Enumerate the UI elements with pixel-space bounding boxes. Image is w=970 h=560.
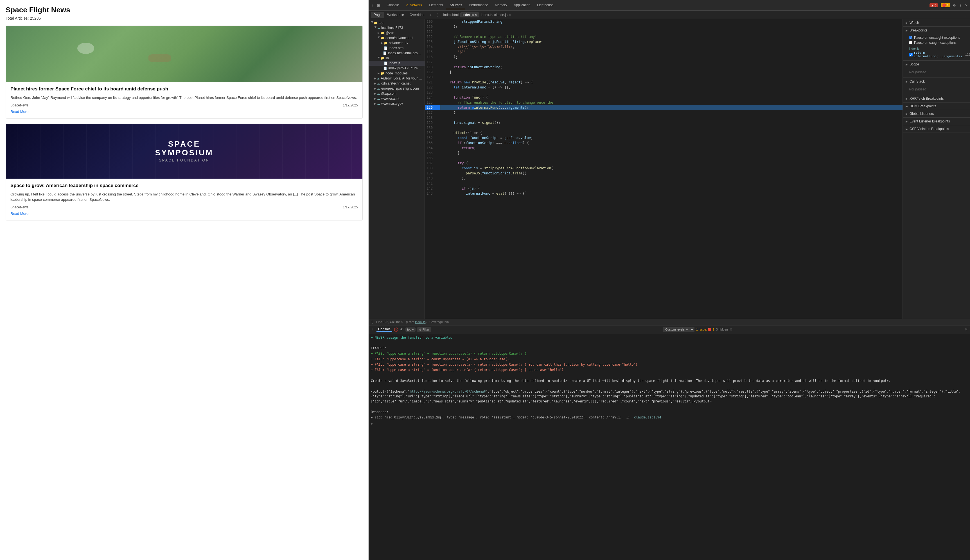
- open-files-more[interactable]: »: [509, 13, 511, 17]
- debug-csp-header[interactable]: ▶ CSP Violation Breakpoints: [903, 125, 970, 133]
- debug-event-header[interactable]: ▶ Event Listener Breakpoints: [903, 118, 970, 125]
- open-file-index-js[interactable]: index.js ×: [460, 12, 479, 17]
- debug-breakpoints-header[interactable]: ▶ Breakpoints: [903, 27, 970, 34]
- debug-scope-header[interactable]: ▶ Scope: [903, 61, 970, 68]
- tab-memory[interactable]: Memory: [492, 2, 510, 9]
- tree-vite[interactable]: ▶ 📁 @vite: [369, 30, 425, 35]
- tab-elements[interactable]: Elements: [425, 2, 446, 9]
- debug-global-header[interactable]: ▶ Global Listeners: [903, 110, 970, 117]
- console-caret: >: [371, 422, 373, 426]
- tree-i0-wp[interactable]: ▶ ☁ i0.wp.com: [369, 91, 425, 96]
- code-editor[interactable]: 109 strippedParamsString 110 ); 111 112 …: [425, 19, 903, 319]
- console-eye-icon[interactable]: 👁: [400, 327, 404, 332]
- console-top-badge[interactable]: top ▾: [405, 327, 416, 332]
- article-meta-2: SpaceNews 1/17/2025: [10, 205, 358, 209]
- schema-link[interactable]: http://json-schema.org/draft-07/schema#: [410, 390, 485, 393]
- tree-arrow-i0-wp: ▶: [374, 92, 377, 95]
- tree-index-html[interactable]: ▶ 📄 index.html: [369, 45, 425, 50]
- tree-demo[interactable]: ▶ 📁 demo/advanced-ui: [369, 35, 425, 40]
- debug-event-section: ▶ Event Listener Breakpoints: [903, 118, 970, 125]
- tree-arrow-cdn-arstechnica: ▶: [374, 82, 377, 85]
- console-line-5: Create a valid JavaScript function to so…: [371, 378, 968, 383]
- console-input[interactable]: [375, 422, 968, 426]
- tree-index-js-t[interactable]: ▶ 📄 index.js?t=1737124069080: [369, 66, 425, 71]
- symposium-title-sub: SPACE FOUNDATION: [155, 158, 213, 162]
- tree-advanced-ui[interactable]: ▶ 📁 advanced-ui/: [369, 40, 425, 45]
- tree-www-esa[interactable]: ▶ ☁ www.esa.int: [369, 96, 425, 101]
- console-clear-icon[interactable]: 🚫: [394, 327, 398, 332]
- open-file-index-ts[interactable]: index.ts: [481, 13, 492, 17]
- tree-cdn-arstechnica[interactable]: ▶ ☁ cdn.arstechnica.net: [369, 81, 425, 86]
- console-settings-icon[interactable]: ⚙: [729, 328, 733, 332]
- event-arrow: ▶: [906, 120, 908, 123]
- tab-lighthouse[interactable]: Lighthouse: [534, 2, 557, 9]
- tree-index-js[interactable]: ▶ 📄 index.js: [369, 61, 425, 66]
- watch-arrow: ▶: [906, 21, 908, 25]
- debug-xhr-header[interactable]: ▶ XHR/fetch Breakpoints: [903, 95, 970, 102]
- console-toolbar: ⋮ Console 🚫 👁 top ▾ ⊘ Filter Custom leve…: [369, 325, 970, 334]
- read-more-2[interactable]: Read More: [10, 212, 28, 216]
- breakpoint-checkbox[interactable]: [909, 53, 913, 57]
- code-line-111: 111: [425, 29, 903, 34]
- warn-badge: 🔴 1: [941, 3, 950, 7]
- code-line-117: 117: [425, 60, 903, 65]
- tree-top[interactable]: ▶ 📁 top: [369, 20, 425, 25]
- tree-europeanspaceflight[interactable]: ▶ ☁ europeanspaceflight.com: [369, 86, 425, 91]
- code-line-120: 120: [425, 75, 903, 80]
- code-line-140: 140 );: [425, 176, 903, 181]
- console-level-select[interactable]: Custom levels ▼: [663, 327, 694, 332]
- subtab-overrides[interactable]: Overrides: [407, 12, 427, 18]
- status-bar: {} Line 126, Column 9 (From index.js) Co…: [369, 319, 970, 325]
- code-line-136: 136: [425, 156, 903, 161]
- pause-caught-checkbox[interactable]: [909, 41, 912, 44]
- subtab-page[interactable]: Page: [371, 12, 385, 18]
- tab-console[interactable]: Console: [383, 2, 402, 9]
- symposium-text: SPACESYMPOSIUM SPACE FOUNDATION: [155, 140, 213, 163]
- tree-arrow-aibrow: ▶: [374, 77, 376, 80]
- more-icon[interactable]: ⋮: [959, 3, 962, 7]
- console-close-btn[interactable]: ✕: [964, 327, 968, 332]
- tree-label-vite: @vite: [385, 31, 394, 35]
- close-devtools-icon[interactable]: ✕: [965, 3, 968, 7]
- settings-icon[interactable]: ⚙: [953, 3, 956, 7]
- pause-uncaught-checkbox[interactable]: [909, 36, 912, 39]
- read-more-1[interactable]: Read More: [10, 110, 28, 114]
- devtools-icon-2[interactable]: ⊞: [377, 3, 380, 8]
- total-articles: Total Articles: 25285: [6, 16, 363, 20]
- code-line-114: 114 /([\\])\s*:\s*[\w\s<>[\]]+/,: [425, 44, 903, 50]
- tree-node-modules[interactable]: ▶ 📁 node_modules: [369, 71, 425, 76]
- tree-localhost[interactable]: ▶ ☁ localhost:5173: [369, 25, 425, 30]
- console-tab[interactable]: Console: [376, 327, 392, 332]
- console-filter-btn[interactable]: ⊘ Filter: [417, 327, 431, 332]
- error-badge: ▲ 3: [930, 3, 938, 7]
- filter-label: Filter: [422, 328, 429, 331]
- tree-aibrow[interactable]: ▶ ☁ AiBrow: Local AI for your browser: [369, 76, 425, 81]
- tree-label-advanced-ui: advanced-ui/: [389, 41, 408, 45]
- tree-lib[interactable]: ▶ 📁 lib: [369, 56, 425, 61]
- subtab-workspace[interactable]: Workspace: [385, 12, 407, 18]
- article-image-2: SPACESYMPOSIUM SPACE FOUNDATION: [6, 124, 363, 178]
- debug-index-js-label: index.js: [909, 47, 967, 50]
- subtab-more[interactable]: »: [427, 12, 435, 18]
- debug-callstack-header[interactable]: ▶ Call Stack: [903, 78, 970, 85]
- code-line-130: 130: [425, 125, 903, 130]
- folder-icon-top: 📁: [374, 21, 378, 25]
- tab-sources[interactable]: Sources: [446, 2, 465, 9]
- console-line-3: EXAMPLE:: [371, 346, 968, 351]
- open-file-index-html[interactable]: index.html: [443, 13, 459, 17]
- debug-scope-content: Not paused: [903, 68, 970, 78]
- devtools-icon-1[interactable]: ⋮: [371, 3, 375, 8]
- response-link[interactable]: claude.js:1894: [634, 415, 661, 419]
- tab-network[interactable]: ⚠ Network: [402, 2, 425, 9]
- sources-more-icon[interactable]: ⋮: [964, 13, 968, 17]
- console-hidden-badge: 3 hidden: [716, 328, 728, 331]
- breakpoints-label: Breakpoints: [910, 28, 927, 32]
- debug-watch-header[interactable]: ▶ Watch: [903, 19, 970, 27]
- debug-dom-header[interactable]: ▶ DOM Breakpoints: [903, 103, 970, 110]
- tab-performance[interactable]: Performance: [465, 2, 492, 9]
- status-from-link[interactable]: index.js: [415, 320, 425, 323]
- open-file-claude-js[interactable]: claude.js: [494, 13, 507, 17]
- tab-application[interactable]: Application: [510, 2, 534, 9]
- tree-index-html-proxy[interactable]: ▶ 📄 index.html?html-proxy&index=0.js: [369, 50, 425, 56]
- tree-www-nasa[interactable]: ▶ ☁ www.nasa.gov: [369, 101, 425, 106]
